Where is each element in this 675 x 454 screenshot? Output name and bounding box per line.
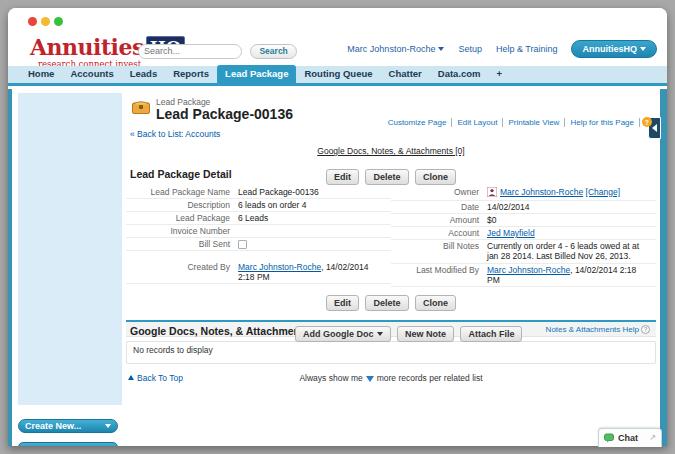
window-titlebar (8, 8, 667, 32)
field-value: Marc Johnston-Roche, 14/02/2014 2:18 PM (238, 262, 391, 282)
help-icon: ? (641, 325, 650, 334)
clone-button[interactable]: Clone (415, 295, 456, 311)
field-label: Account (391, 228, 487, 238)
page-links: Customize Page Edit Layout Printable Vie… (383, 117, 652, 127)
pref-prefix: Always show me (299, 373, 362, 383)
related-shortcut-link[interactable]: Google Docs, Notes, & Attachments [0] (317, 146, 464, 156)
chevron-down-icon (377, 332, 383, 336)
pref-suffix: more records per related list (377, 373, 483, 383)
search-button[interactable]: Search (250, 44, 296, 59)
field-row: Last Modified By Marc Johnston-Roche, 14… (391, 264, 656, 287)
field-value: Marc Johnston-Roche [Change] (487, 187, 626, 199)
tab-add[interactable]: + (489, 65, 511, 83)
chat-label: Chat (618, 433, 638, 443)
tab-lead-package[interactable]: Lead Package (217, 65, 296, 83)
field-label: Lead Package Name (126, 187, 238, 197)
back-to-list-link[interactable]: « Back to List: Accounts (130, 129, 656, 139)
expand-chat-icon[interactable]: ↗ (649, 434, 656, 442)
printable-view-link[interactable]: Printable View (503, 118, 565, 127)
app-window: AnnuitiesHQ research.connect.invest Sear… (8, 8, 667, 446)
app-menu-label: AnnuitiesHQ (582, 44, 637, 54)
field-row: Owner Marc Johnston-Roche [Change] (391, 186, 656, 201)
chevron-down-icon (438, 47, 444, 51)
chevron-down-icon (105, 424, 111, 428)
field-label: Last Modified By (391, 265, 487, 275)
field-row: Description 6 leads on order 4 (126, 199, 391, 212)
tab-accounts[interactable]: Accounts (62, 65, 121, 83)
detail-field-grid: Lead Package Name Lead Package-00136 Des… (126, 186, 656, 287)
field-label: Invoice Number (126, 226, 238, 236)
brand-name: Annuities (30, 34, 144, 60)
owner-link[interactable]: Marc Johnston-Roche (500, 187, 583, 197)
edit-button[interactable]: Edit (326, 169, 359, 185)
last-modified-user-link[interactable]: Marc Johnston-Roche (487, 265, 570, 275)
tab-leads[interactable]: Leads (122, 65, 165, 83)
tab-datacom[interactable]: Data.com (430, 65, 489, 83)
field-value: 6 Leads (238, 213, 274, 223)
field-row: Bill Sent (126, 238, 391, 251)
field-row: Date 14/02/2014 (391, 201, 656, 214)
field-row: Lead Package Name Lead Package-00136 (126, 186, 391, 199)
delete-button[interactable]: Delete (365, 295, 408, 311)
lead-package-icon (132, 99, 150, 118)
user-menu[interactable]: Marc Johnston-Roche (347, 44, 444, 54)
app-header: AnnuitiesHQ research.connect.invest Sear… (8, 32, 667, 66)
chat-widget[interactable]: Chat ↗ (598, 428, 662, 447)
change-owner-link[interactable]: [Change] (586, 187, 621, 197)
add-google-doc-button[interactable]: Add Google Doc (295, 326, 391, 342)
clone-button[interactable]: Clone (415, 169, 456, 185)
help-icon[interactable]: ? (642, 117, 652, 127)
field-value: $0 (487, 215, 502, 225)
customize-page-link[interactable]: Customize Page (383, 118, 453, 127)
search-input[interactable] (138, 44, 242, 59)
help-link-label: Notes & Attachments Help (546, 325, 639, 334)
attach-file-button[interactable]: Attach File (460, 326, 522, 342)
field-row: Invoice Number (126, 225, 391, 238)
tab-bar: Home Accounts Leads Reports Lead Package… (8, 66, 667, 86)
tab-chatter[interactable]: Chatter (381, 65, 430, 83)
related-list-header: Google Docs, Notes, & Attachments Add Go… (126, 320, 656, 337)
chevron-down-icon (640, 47, 646, 51)
zoom-window-button[interactable] (54, 17, 63, 26)
content-area: Create New... Lead Package Lead Package-… (8, 89, 667, 446)
page-title: Lead Package-00136 (156, 106, 293, 122)
user-name: Marc Johnston-Roche (347, 44, 435, 54)
minimize-window-button[interactable] (41, 17, 50, 26)
new-note-button[interactable]: New Note (397, 326, 454, 342)
delete-button[interactable]: Delete (365, 169, 408, 185)
field-label: Lead Package (126, 213, 238, 223)
edit-button[interactable]: Edit (326, 295, 359, 311)
empty-records-message: No records to display (126, 341, 656, 364)
field-label: Created By (126, 262, 238, 272)
add-google-doc-label: Add Google Doc (303, 329, 374, 339)
create-new-button[interactable]: Create New... (18, 419, 118, 433)
created-by-user-link[interactable]: Marc Johnston-Roche (238, 262, 321, 272)
person-icon (487, 187, 497, 199)
edit-layout-link[interactable]: Edit Layout (452, 118, 503, 127)
help-for-page-link[interactable]: Help for this Page (565, 118, 640, 127)
field-row: Created By Marc Johnston-Roche, 14/02/20… (126, 261, 391, 284)
field-value: Lead Package-00136 (238, 187, 325, 197)
create-new-label: Create New... (25, 421, 81, 431)
sidebar (18, 93, 122, 405)
related-list-preference: Always show memore records per related l… (126, 373, 656, 383)
field-value: 6 leads on order 4 (238, 200, 313, 210)
account-link[interactable]: Jed Mayfield (487, 228, 541, 238)
tab-reports[interactable]: Reports (165, 65, 217, 83)
field-value: Marc Johnston-Roche, 14/02/2014 2:18 PM (487, 265, 656, 285)
help-training-link[interactable]: Help & Training (496, 44, 558, 54)
setup-link[interactable]: Setup (458, 44, 482, 54)
related-list-title: Google Docs, Notes, & Attachments (130, 325, 309, 337)
field-label: Description (126, 200, 238, 210)
tab-routing-queue[interactable]: Routing Queue (296, 65, 380, 83)
chevron-down-icon[interactable] (366, 376, 374, 382)
app-menu-button[interactable]: AnnuitiesHQ (571, 40, 657, 58)
tab-home[interactable]: Home (20, 65, 62, 83)
sidebar-panel-partial (18, 442, 118, 446)
bill-sent-checkbox[interactable] (238, 240, 247, 249)
notes-attachments-help-link[interactable]: Notes & Attachments Help? (546, 325, 650, 334)
field-row: Amount $0 (391, 214, 656, 227)
field-row: Lead Package 6 Leads (126, 212, 391, 225)
main-panel: Lead Package Lead Package-00136 Customiz… (126, 89, 656, 385)
close-window-button[interactable] (28, 17, 37, 26)
